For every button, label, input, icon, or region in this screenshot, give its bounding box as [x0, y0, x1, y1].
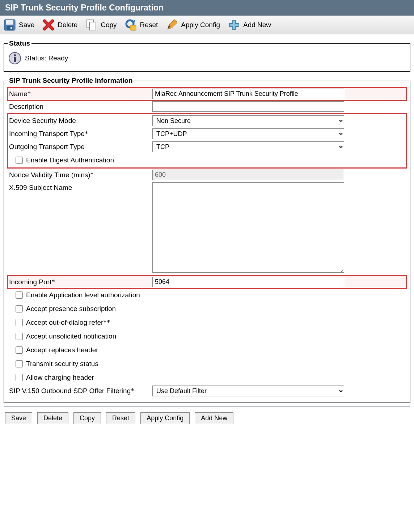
- allow-charging-label: Allow charging header: [26, 374, 94, 382]
- save-label: Save: [19, 21, 34, 29]
- name-label: Name: [9, 90, 28, 98]
- name-input[interactable]: [152, 89, 344, 99]
- app-level-auth-row: Enable Application level authorization: [8, 288, 406, 302]
- security-group-highlight: Device Security Mode Non Secure Incoming…: [8, 114, 406, 168]
- replaces-header-checkbox[interactable]: [16, 346, 23, 354]
- save-button-bottom[interactable]: Save: [5, 412, 32, 424]
- unsolicited-notif-label: Accept unsolicited notification: [26, 332, 116, 340]
- status-legend: Status: [8, 39, 31, 47]
- copy-label: Copy: [101, 21, 117, 29]
- pencil-icon: [166, 19, 178, 31]
- replaces-header-label: Accept replaces header: [26, 346, 98, 354]
- save-button[interactable]: Save: [4, 19, 34, 31]
- reset-label: Reset: [140, 21, 158, 29]
- plus-icon: [228, 19, 240, 31]
- digest-auth-checkbox[interactable]: [16, 157, 23, 164]
- separator: [4, 407, 410, 407]
- status-fieldset: Status Status: Ready: [4, 39, 410, 72]
- svg-rect-3: [10, 27, 12, 29]
- delete-label: Delete: [58, 21, 77, 29]
- nonce-row: Nonce Validity Time (mins)*: [8, 169, 406, 181]
- allow-charging-row: Allow charging header: [8, 371, 406, 384]
- digest-auth-row: Enable Digest Authentication: [8, 153, 406, 167]
- profile-info-fieldset: SIP Trunk Security Profile Information N…: [4, 77, 410, 403]
- digest-auth-label: Enable Digest Authentication: [26, 156, 114, 164]
- unsolicited-notif-checkbox[interactable]: [16, 333, 23, 340]
- svg-rect-7: [130, 25, 136, 30]
- sdp-filter-row: SIP V.150 Outbound SDP Offer Filtering* …: [8, 384, 406, 397]
- presence-sub-row: Accept presence subscription: [8, 302, 406, 316]
- device-security-mode-label: Device Security Mode: [9, 117, 76, 124]
- reset-button-bottom[interactable]: Reset: [106, 412, 135, 424]
- name-row: Name*: [8, 88, 406, 100]
- nonce-label: Nonce Validity Time (mins): [9, 171, 90, 179]
- copy-button[interactable]: Copy: [85, 19, 117, 31]
- bottom-button-bar: Save Delete Copy Reset Apply Config Add …: [0, 410, 414, 431]
- description-label: Description: [9, 103, 43, 110]
- incoming-transport-label: Incoming Transport Type: [9, 130, 85, 137]
- svg-point-9: [14, 54, 16, 56]
- incoming-transport-select[interactable]: TCP+UDP: [152, 128, 344, 139]
- presence-sub-label: Accept presence subscription: [26, 305, 116, 313]
- incoming-port-input[interactable]: [152, 277, 344, 287]
- replaces-header-row: Accept replaces header: [8, 343, 406, 357]
- delete-button[interactable]: Delete: [42, 19, 77, 31]
- x509-textarea[interactable]: [152, 182, 344, 273]
- transmit-security-row: Transmit security status: [8, 357, 406, 371]
- page-title: SIP Trunk Security Profile Configuration: [0, 0, 414, 16]
- incoming-port-row: Incoming Port*: [8, 276, 406, 288]
- presence-sub-checkbox[interactable]: [16, 305, 23, 312]
- svg-rect-1: [6, 20, 13, 25]
- transmit-security-checkbox[interactable]: [16, 360, 23, 367]
- add-new-button-bottom[interactable]: Add New: [195, 412, 233, 424]
- x509-row: X.509 Subject Name: [8, 181, 406, 276]
- device-security-mode-select[interactable]: Non Secure: [152, 115, 344, 126]
- copy-icon: [85, 19, 98, 31]
- allow-charging-checkbox[interactable]: [16, 374, 23, 381]
- add-new-button[interactable]: Add New: [228, 19, 271, 31]
- status-text: Status: Ready: [25, 54, 68, 62]
- app-level-auth-checkbox[interactable]: [16, 291, 23, 299]
- sdp-filter-label: SIP V.150 Outbound SDP Offer Filtering: [9, 387, 131, 395]
- sdp-filter-select[interactable]: Use Default Filter: [152, 386, 344, 396]
- reset-icon: [125, 19, 137, 31]
- transmit-security-label: Transmit security status: [26, 360, 98, 368]
- description-input[interactable]: [152, 101, 344, 112]
- device-security-mode-row: Device Security Mode Non Secure: [8, 114, 406, 127]
- profile-info-legend: SIP Trunk Security Profile Information: [8, 77, 134, 85]
- apply-label: Apply Config: [181, 21, 220, 29]
- svg-rect-5: [89, 22, 96, 30]
- incoming-port-label: Incoming Port: [9, 278, 51, 286]
- addnew-label: Add New: [243, 21, 271, 29]
- delete-button-bottom[interactable]: Delete: [37, 412, 68, 424]
- copy-button-bottom[interactable]: Copy: [73, 412, 101, 424]
- apply-config-button-bottom[interactable]: Apply Config: [140, 412, 190, 424]
- app-level-auth-label: Enable Application level authorization: [26, 291, 140, 299]
- out-of-dialog-refer-label: Accept out-of-dialog refer**: [26, 319, 110, 327]
- outgoing-transport-select[interactable]: TCP: [152, 141, 344, 152]
- nonce-input: [152, 170, 344, 180]
- x509-label: X.509 Subject Name: [9, 184, 72, 191]
- outgoing-transport-label: Outgoing Transport Type: [9, 143, 85, 150]
- save-icon: [4, 19, 16, 31]
- toolbar: Save Delete Copy Reset Apply Config Add …: [0, 16, 414, 34]
- out-of-dialog-refer-checkbox[interactable]: [16, 319, 23, 326]
- apply-config-button[interactable]: Apply Config: [166, 19, 220, 31]
- incoming-transport-row: Incoming Transport Type* TCP+UDP: [8, 127, 406, 140]
- info-icon: [8, 52, 21, 65]
- unsolicited-notif-row: Accept unsolicited notification: [8, 329, 406, 343]
- out-of-dialog-refer-row: Accept out-of-dialog refer**: [8, 316, 406, 329]
- outgoing-transport-row: Outgoing Transport Type TCP: [8, 140, 406, 153]
- reset-button[interactable]: Reset: [125, 19, 158, 31]
- description-row: Description: [8, 100, 406, 113]
- delete-icon: [42, 19, 55, 31]
- svg-rect-10: [14, 57, 16, 62]
